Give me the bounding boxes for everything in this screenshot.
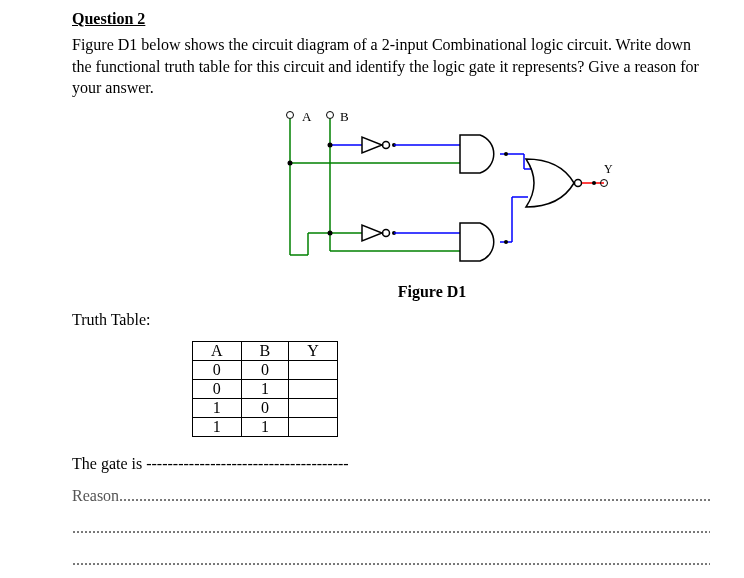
reason-line-3[interactable]: ........................................…	[72, 551, 710, 569]
reason-line-1[interactable]: Reason..................................…	[72, 487, 710, 505]
input-b-label: B	[340, 109, 349, 124]
gate-blank[interactable]: --------------------------------------	[146, 455, 348, 472]
svg-point-21	[328, 230, 333, 235]
question-heading: Question 2	[72, 10, 710, 28]
tt-cell: 0	[241, 398, 289, 417]
svg-point-12	[504, 152, 508, 156]
tt-head-b: B	[241, 341, 289, 360]
gate-prefix: The gate is	[72, 455, 146, 472]
not-gate-bottom	[362, 225, 382, 241]
tt-cell: 1	[193, 417, 242, 436]
tt-cell: 0	[241, 360, 289, 379]
truth-table: A B Y 0 0 0 1 1 0 1 1	[192, 341, 338, 437]
svg-point-5	[328, 142, 333, 147]
truth-table-label: Truth Table:	[72, 311, 710, 329]
tt-cell[interactable]	[289, 360, 338, 379]
svg-point-25	[504, 240, 508, 244]
svg-point-31	[592, 181, 596, 185]
tt-cell: 0	[193, 379, 242, 398]
or-gate	[526, 159, 574, 207]
dotted-fill[interactable]: ........................................…	[119, 487, 710, 504]
tt-cell: 0	[193, 360, 242, 379]
svg-point-1	[327, 111, 334, 118]
reason-line-2[interactable]: ........................................…	[72, 519, 710, 537]
tt-cell[interactable]	[289, 379, 338, 398]
figure-label: Figure D1	[222, 283, 642, 301]
svg-point-10	[288, 160, 293, 165]
tt-cell[interactable]	[289, 417, 338, 436]
reason-prefix: Reason	[72, 487, 119, 504]
and-gate-bottom	[460, 223, 494, 261]
svg-point-0	[287, 111, 294, 118]
tt-cell: 1	[193, 398, 242, 417]
tt-cell: 1	[241, 379, 289, 398]
tt-cell[interactable]	[289, 398, 338, 417]
tt-head-a: A	[193, 341, 242, 360]
tt-head-y: Y	[289, 341, 338, 360]
circuit-diagram: A B	[212, 107, 632, 277]
and-gate-top	[460, 135, 494, 173]
not-gate-top	[362, 137, 382, 153]
gate-answer-line[interactable]: The gate is ----------------------------…	[72, 455, 710, 473]
tt-cell: 1	[241, 417, 289, 436]
question-text: Figure D1 below shows the circuit diagra…	[72, 34, 710, 99]
input-a-label: A	[302, 109, 312, 124]
output-y-label: Y	[604, 162, 613, 176]
svg-point-28	[575, 179, 582, 186]
